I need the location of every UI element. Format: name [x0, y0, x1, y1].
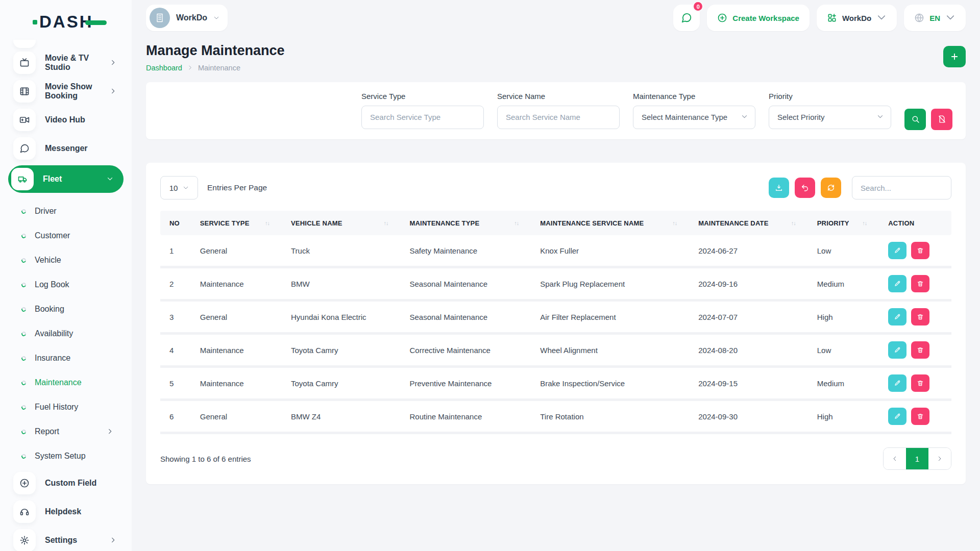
brand-logo[interactable]: DASH — [0, 0, 132, 33]
sidebar-item-insurance[interactable]: Insurance — [0, 346, 132, 370]
bullet-icon — [21, 429, 27, 435]
table-row: 5 Maintenance Toyota Camry Preventive Ma… — [160, 367, 951, 400]
page-title: Manage Maintenance — [146, 43, 285, 59]
sidebar-item-vehicle[interactable]: Vehicle — [0, 248, 132, 272]
maintenance-type-select[interactable]: Select Maintenance Type — [633, 106, 755, 129]
sidebar-item-movie-tv-studio[interactable]: Movie & TV Studio — [0, 51, 132, 74]
column-priority[interactable]: PRIORITY↑↓ — [813, 211, 885, 235]
edit-button[interactable] — [888, 408, 906, 425]
cell-maintenance-type: Corrective Maintenance — [406, 334, 536, 367]
sidebar-item-fuel-history[interactable]: Fuel History — [0, 395, 132, 419]
service-type-input[interactable] — [361, 106, 484, 129]
sidebar-item-customer[interactable]: Customer — [0, 223, 132, 248]
prev-page-button[interactable] — [884, 448, 906, 469]
sidebar-item-maintenance[interactable]: Maintenance — [0, 370, 132, 395]
apply-filter-button[interactable] — [904, 109, 926, 130]
sidebar-item-system-setup[interactable]: System Setup — [0, 444, 132, 468]
trash-icon — [917, 280, 924, 287]
priority-select[interactable]: Select Priority — [769, 106, 891, 129]
undo-button[interactable] — [795, 178, 815, 198]
create-workspace-button[interactable]: Create Workspace — [707, 5, 810, 31]
workspace-switcher[interactable]: WorkDo — [146, 5, 228, 31]
sidebar-item-report[interactable]: Report — [0, 419, 132, 444]
trash-icon — [917, 346, 924, 354]
sidebar-item-settings[interactable]: Settings — [0, 529, 132, 551]
refresh-button[interactable] — [821, 178, 841, 198]
chevron-down-icon — [107, 175, 113, 184]
cell-priority: Low — [813, 235, 885, 267]
next-page-button[interactable] — [928, 448, 951, 469]
column-service-type[interactable]: SERVICE TYPE↑↓ — [196, 211, 287, 235]
delete-button[interactable] — [911, 275, 929, 292]
edit-button[interactable] — [888, 308, 906, 325]
edit-button[interactable] — [888, 341, 906, 359]
cell-vehicle: BMW Z4 — [287, 400, 406, 433]
cell-no: 4 — [160, 334, 196, 367]
sidebar-item-availability[interactable]: Availability — [0, 321, 132, 346]
column-maintenance-type[interactable]: MAINTENANCE TYPE↑↓ — [406, 211, 536, 235]
entries-per-page-select[interactable]: 10 — [160, 176, 198, 199]
cell-no: 2 — [160, 267, 196, 300]
sidebar-item-movie-show-booking[interactable]: Movie Show Booking — [0, 80, 132, 103]
cell-date: 2024-08-20 — [694, 334, 813, 367]
table-toolbar: 10 Entries Per Page — [160, 176, 951, 199]
reset-filter-button[interactable] — [931, 109, 952, 130]
delete-button[interactable] — [911, 308, 929, 325]
cell-priority: High — [813, 400, 885, 433]
delete-button[interactable] — [911, 374, 929, 392]
column-maintenance-service-name[interactable]: MAINTENANCE SERVICE NAME↑↓ — [536, 211, 694, 235]
sidebar-item-messenger[interactable]: Messenger — [0, 137, 132, 160]
cell-date: 2024-09-15 — [694, 367, 813, 400]
workspace-avatar building-icon — [150, 8, 170, 28]
column-vehicle-name[interactable]: VEHICLE NAME↑↓ — [287, 211, 406, 235]
chevron-left-icon — [892, 456, 898, 462]
entries-summary: Showing 1 to 6 of 6 entries — [160, 455, 251, 463]
sub-item-label: Fuel History — [35, 403, 78, 412]
create-workspace-label: Create Workspace — [732, 14, 799, 22]
sidebar-item-helpdesk[interactable]: Helpdesk — [0, 500, 132, 523]
language-selector[interactable]: EN — [904, 5, 966, 31]
bullet-icon — [21, 208, 27, 214]
delete-button[interactable] — [911, 242, 929, 259]
main-content: WorkDo 0 Create Workspace WorkDo — [132, 0, 980, 551]
edit-button[interactable] — [888, 242, 906, 259]
sub-item-label: Availability — [35, 329, 73, 338]
service-name-input[interactable] — [497, 106, 620, 129]
export-button[interactable] — [769, 178, 789, 198]
sidebar-item-video-hub[interactable]: Video Hub — [0, 108, 132, 132]
cell-service-type: Maintenance — [196, 334, 287, 367]
workdo-apps-menu[interactable]: WorkDo — [817, 5, 897, 31]
cell-vehicle: Hyundai Kona Electric — [287, 300, 406, 334]
cell-maintenance-type: Safety Maintenance — [406, 235, 536, 267]
cell-service-name: Wheel Alignment — [536, 334, 694, 367]
edit-button[interactable] — [888, 275, 906, 292]
messages-button[interactable]: 0 — [673, 5, 700, 31]
table-search-input[interactable] — [852, 176, 951, 199]
service-name-label: Service Name — [497, 92, 620, 101]
breadcrumb-dashboard-link[interactable]: Dashboard — [146, 64, 182, 72]
messages-badge: 0 — [693, 1, 703, 12]
edit-button[interactable] — [888, 374, 906, 392]
chevron-down-icon — [741, 113, 748, 121]
film-icon — [13, 80, 36, 103]
entries-value: 10 — [169, 184, 178, 192]
sidebar-item-custom-field[interactable]: Custom Field — [0, 471, 132, 495]
delete-button[interactable] — [911, 341, 929, 359]
topbar: WorkDo 0 Create Workspace WorkDo — [146, 0, 966, 36]
sidebar-item-log-book[interactable]: Log Book — [0, 272, 132, 297]
sub-item-label: Customer — [35, 231, 70, 240]
sidebar-item-fleet[interactable]: Fleet — [8, 165, 124, 193]
delete-button[interactable] — [911, 408, 929, 425]
sub-item-label: Booking — [35, 305, 64, 314]
page-1-button[interactable]: 1 — [906, 448, 928, 469]
table-header-row: NO SERVICE TYPE↑↓ VEHICLE NAME↑↓ MAINTEN… — [160, 211, 951, 235]
trash-icon — [917, 380, 924, 387]
bullet-icon — [21, 453, 27, 459]
undo-icon — [801, 184, 809, 192]
sidebar-item-label: Fleet — [43, 174, 62, 184]
add-maintenance-button[interactable] — [943, 46, 966, 67]
sidebar-item-driver[interactable]: Driver — [0, 199, 132, 223]
sidebar-item-booking[interactable]: Booking — [0, 297, 132, 321]
column-maintenance-date[interactable]: MAINTENANCE DATE↑↓ — [694, 211, 813, 235]
download-icon — [775, 184, 783, 192]
